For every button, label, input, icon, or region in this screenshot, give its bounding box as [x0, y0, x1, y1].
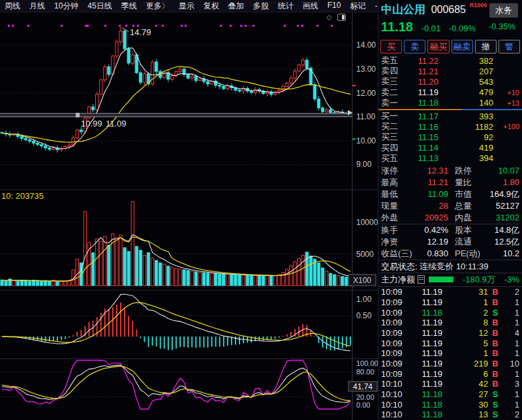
btn-mark[interactable]: 标记 — [345, 1, 370, 12]
tick-time: 10:09 — [381, 297, 408, 307]
tick-row: 10:10 11.18 27 S 1 — [378, 389, 522, 400]
tick-count: 1 — [502, 348, 519, 358]
stat-label: 外盘 — [381, 212, 418, 224]
tick-row: 10:09 11.19 5 B 1 — [378, 338, 522, 348]
svg-text:100.00: 100.00 — [356, 359, 378, 367]
price-change: -0.01 — [422, 23, 441, 33]
order-book-row[interactable]: 卖五 11.22 382 — [378, 55, 522, 66]
tab-more[interactable]: 更多〉 — [142, 1, 174, 12]
stat-label: PE(动) — [455, 248, 489, 260]
tick-time: 10:10 — [381, 389, 408, 399]
svg-text:80.00: 80.00 — [356, 368, 375, 376]
tick-row: 10:09 11.19 1 B 1 — [378, 297, 522, 308]
stat-value: 10.2 — [489, 248, 519, 258]
level-volume: 543 — [438, 77, 493, 87]
svg-text:41.74: 41.74 — [353, 382, 373, 391]
tick-count: 1 — [502, 308, 519, 318]
tick-side: B — [488, 338, 502, 348]
btn-multistock[interactable]: 多股 — [249, 1, 273, 12]
panel-toggle-icon[interactable] — [337, 14, 346, 21]
tick-count: 2 — [502, 410, 519, 419]
order-book-row[interactable]: 买二 11.16 1182 +100 — [378, 121, 522, 132]
tick-time: 10:10 — [381, 400, 408, 410]
tab-season[interactable]: 季线 — [117, 1, 142, 12]
stock-app-window: 周线 月线 10分钟 45日线 季线 更多〉 显示 复权 叠加 多股 统计 画线… — [0, 0, 522, 420]
tick-row: 10:09 11.19 8 B 1 — [378, 318, 522, 328]
detail-list-icon[interactable] — [418, 275, 425, 284]
stat-row: 净资 12.19 流通 12.5亿 — [381, 236, 519, 248]
btn-statistics[interactable]: 统计 — [273, 1, 298, 12]
stat-label: 跌停 — [455, 165, 489, 177]
tick-count: 1 — [502, 389, 519, 399]
level-price: 11.13 — [405, 153, 438, 163]
tab-monthly[interactable]: 月线 — [25, 1, 50, 12]
order-book-row[interactable]: 买三 11.15 92 — [378, 132, 522, 142]
stat-label: 现量 — [381, 200, 418, 212]
session-label: 交易状态: — [381, 260, 418, 273]
tick-volume: 30 — [442, 400, 488, 410]
margin-sell-button[interactable]: 融卖 — [452, 40, 473, 53]
session-value: 连续竞价 — [420, 260, 453, 273]
buy-button[interactable]: 买 — [380, 40, 402, 53]
order-book-row[interactable]: 卖三 11.20 543 — [378, 76, 522, 87]
btn-display[interactable]: 显示 — [174, 1, 199, 12]
cancel-order-button[interactable]: 撤 — [475, 40, 497, 53]
price-change-pct: -0.09% — [449, 23, 476, 33]
margin-buy-button[interactable]: 融买 — [427, 40, 449, 53]
tick-side: S — [488, 410, 502, 419]
margin-tag: R1000 — [470, 2, 487, 8]
level-price: 11.15 — [405, 132, 438, 142]
order-book-row[interactable]: 卖四 11.21 207 — [378, 66, 522, 76]
btn-overlay[interactable]: 叠加 — [224, 1, 249, 12]
tick-side: B — [488, 379, 502, 389]
svg-text:10.00: 10.00 — [356, 136, 376, 145]
tick-side: B — [488, 297, 502, 307]
order-book-row[interactable]: 卖一 11.18 140 +13 — [378, 98, 522, 108]
tick-row: 10:09 11.19 12 B 4 — [378, 328, 522, 338]
stat-value: 12.19 — [418, 237, 448, 247]
tick-time: 10:09 — [381, 328, 408, 338]
tick-count: 2 — [502, 287, 519, 297]
level-volume: 1182 — [438, 122, 493, 132]
sell-button[interactable]: 卖 — [404, 40, 425, 53]
tick-count: 1 — [502, 400, 519, 410]
tick-row: 10:09 11.19 1 B 1 — [378, 348, 522, 359]
level-label: 买五 — [381, 153, 405, 164]
last-price: 11.18 — [381, 20, 413, 34]
svg-text:12.00: 12.00 — [356, 89, 376, 98]
order-book-row[interactable]: 卖二 11.19 479 +10 — [378, 87, 522, 98]
main-flow-label: 主力净额 — [381, 274, 415, 286]
flow-bar — [429, 277, 453, 282]
tick-time: 10:09 — [381, 338, 408, 348]
tick-count: 4 — [502, 328, 519, 338]
tab-45day[interactable]: 45日线 — [83, 1, 116, 12]
sector-change: -0.35% — [489, 22, 515, 31]
stats-block: 涨停 12.31 跌停 10.07最高 11.21 量比 1.80最低 11.0… — [378, 164, 522, 260]
svg-text:13.00: 13.00 — [356, 65, 376, 74]
stat-value: 0.42% — [418, 225, 448, 235]
tab-10min[interactable]: 10分钟 — [50, 1, 83, 12]
level-volume: 479 — [438, 87, 493, 97]
btn-f10[interactable]: F10 — [323, 1, 346, 12]
sector-badge[interactable]: 水务 — [489, 3, 518, 18]
tick-row: 10:09 11.18 2 S 1 — [378, 307, 522, 318]
btn-adjust[interactable]: 复权 — [199, 1, 224, 12]
btn-favorite[interactable]: -自选 — [370, 1, 378, 12]
level-price: 11.21 — [405, 67, 438, 76]
stat-value: 11.21 — [418, 177, 448, 187]
stat-label: 流通 — [455, 236, 489, 248]
order-book-row[interactable]: 买五 11.13 394 — [378, 153, 522, 164]
svg-text:0.00: 0.00 — [356, 401, 370, 409]
tick-volume: 42 — [442, 379, 488, 389]
order-book-row[interactable]: 买四 11.14 419 — [378, 143, 522, 153]
kline-chart[interactable]: 14.0013.0012.0011.0010.009.0014.7910.991… — [0, 12, 378, 420]
order-book-row[interactable]: 买一 11.17 393 — [378, 111, 522, 121]
diamond-marker-icon[interactable]: ◇ — [326, 14, 331, 20]
tab-weekly[interactable]: 周线 — [0, 1, 25, 12]
tick-price: 11.18 — [408, 389, 442, 399]
level-price: 11.14 — [405, 143, 438, 153]
btn-drawline[interactable]: 画线 — [298, 1, 323, 12]
alert-button[interactable]: 警 — [499, 40, 520, 53]
level-price: 11.19 — [405, 87, 438, 97]
tick-row: 10:10 11.18 30 S 1 — [378, 399, 522, 410]
